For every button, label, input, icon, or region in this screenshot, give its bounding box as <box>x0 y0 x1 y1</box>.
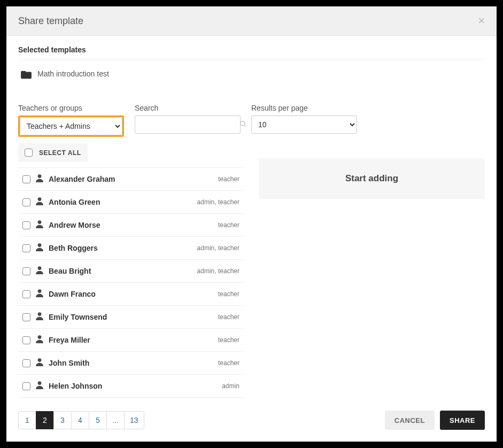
search-input-wrap <box>135 115 241 134</box>
search-filter: Search <box>135 104 241 137</box>
teachers-filter: Teachers or groups Teachers + Admins <box>18 104 124 137</box>
user-name: Alexander Graham <box>49 175 213 183</box>
user-row[interactable]: Alexander Grahamteacher <box>18 168 244 191</box>
selected-template-row: Math introduction test <box>18 65 485 83</box>
selection-column: Start adding <box>259 143 485 402</box>
person-icon <box>36 358 43 368</box>
modal-header: Share template × <box>6 6 497 36</box>
user-role: admin, teacher <box>197 244 239 252</box>
user-role: admin, teacher <box>197 198 239 206</box>
user-role: teacher <box>218 313 239 321</box>
content-columns: SELECT ALL Alexander GrahamteacherAntoni… <box>18 143 485 402</box>
user-name: John Smith <box>49 359 213 367</box>
selected-templates-heading: Selected templates <box>18 45 485 60</box>
user-checkbox[interactable] <box>22 359 30 367</box>
modal-footer: 12345...13 CANCEL SHARE <box>6 402 497 442</box>
person-icon <box>36 174 43 184</box>
user-row[interactable]: Emily Townsendteacher <box>18 306 244 329</box>
person-icon <box>36 312 43 322</box>
close-icon[interactable]: × <box>478 15 485 27</box>
svg-point-6 <box>38 266 42 270</box>
folder-icon <box>20 70 31 78</box>
filters-row: Teachers or groups Teachers + Admins Sea… <box>18 104 485 137</box>
page-button[interactable]: 1 <box>18 411 36 429</box>
pagination: 12345...13 <box>18 411 144 429</box>
user-row[interactable]: Beau Brightadmin, teacher <box>18 260 244 283</box>
user-list: Alexander GrahamteacherAntonia Greenadmi… <box>18 167 244 398</box>
search-input[interactable] <box>141 116 236 133</box>
user-checkbox[interactable] <box>22 313 30 321</box>
results-per-page-select[interactable]: 10 <box>251 115 357 134</box>
person-icon <box>36 220 43 230</box>
select-all-label: SELECT ALL <box>39 149 81 157</box>
user-role: admin <box>222 382 239 390</box>
svg-point-10 <box>38 358 42 362</box>
user-checkbox[interactable] <box>22 244 30 252</box>
page-button[interactable]: 4 <box>71 411 89 429</box>
user-name: Beth Roggers <box>49 244 192 252</box>
user-row[interactable]: Freya Millerteacher <box>18 329 244 352</box>
page-button[interactable]: 3 <box>53 411 72 429</box>
user-role: teacher <box>218 336 239 344</box>
selected-template-name: Math introduction test <box>37 69 109 78</box>
user-role: teacher <box>218 221 239 229</box>
svg-point-2 <box>38 174 42 178</box>
user-row[interactable]: Dawn Francoteacher <box>18 283 244 306</box>
rpp-filter-label: Results per page <box>251 104 357 112</box>
user-name: Emily Townsend <box>49 313 213 321</box>
teachers-select[interactable]: Teachers + Admins <box>20 117 122 135</box>
user-checkbox[interactable] <box>22 175 30 183</box>
person-icon <box>36 289 43 299</box>
user-role: teacher <box>218 175 239 183</box>
user-checkbox[interactable] <box>22 382 30 390</box>
person-icon <box>36 197 43 207</box>
user-role: teacher <box>218 290 239 298</box>
search-icon[interactable] <box>239 120 247 129</box>
page-button[interactable]: 2 <box>36 411 54 429</box>
start-adding-panel: Start adding <box>259 158 485 199</box>
page-ellipsis: ... <box>106 411 125 429</box>
user-name: Andrew Morse <box>49 221 213 229</box>
user-checkbox[interactable] <box>22 221 30 229</box>
user-row[interactable]: Antonia Greenadmin, teacher <box>18 191 244 214</box>
select-all-row[interactable]: SELECT ALL <box>18 143 88 162</box>
user-row[interactable]: Andrew Morseteacher <box>18 214 244 237</box>
search-filter-label: Search <box>135 104 241 112</box>
svg-point-4 <box>38 220 42 224</box>
user-checkbox[interactable] <box>22 336 30 344</box>
user-name: Beau Bright <box>49 267 192 275</box>
user-name: Helen Johnson <box>49 382 216 390</box>
user-checkbox[interactable] <box>22 290 30 298</box>
user-name: Antonia Green <box>49 198 192 206</box>
svg-point-3 <box>38 197 42 201</box>
page-button[interactable]: 13 <box>124 411 144 429</box>
user-row[interactable]: John Smithteacher <box>18 352 244 375</box>
user-row[interactable]: Helen Johnsonadmin <box>18 375 244 398</box>
footer-actions: CANCEL SHARE <box>385 411 485 430</box>
user-checkbox[interactable] <box>22 267 30 275</box>
svg-point-7 <box>38 289 42 293</box>
svg-point-0 <box>241 121 245 125</box>
user-row[interactable]: Beth Roggersadmin, teacher <box>18 237 244 260</box>
person-icon <box>36 266 43 276</box>
svg-point-11 <box>38 381 42 385</box>
user-list-column: SELECT ALL Alexander GrahamteacherAntoni… <box>18 143 244 402</box>
user-name: Dawn Franco <box>49 290 213 298</box>
svg-point-8 <box>38 312 42 316</box>
person-icon <box>36 381 43 391</box>
user-name: Freya Miller <box>49 336 213 344</box>
page-button[interactable]: 5 <box>89 411 107 429</box>
rpp-filter: Results per page 10 <box>251 104 357 137</box>
select-all-checkbox[interactable] <box>25 149 33 157</box>
share-button[interactable]: SHARE <box>440 411 485 430</box>
teachers-filter-label: Teachers or groups <box>18 104 124 112</box>
person-icon <box>36 243 43 253</box>
svg-point-9 <box>38 335 42 339</box>
user-checkbox[interactable] <box>22 198 30 206</box>
svg-point-5 <box>38 243 42 247</box>
user-role: admin, teacher <box>197 267 239 275</box>
cancel-button[interactable]: CANCEL <box>385 411 435 430</box>
share-template-modal: Share template × Selected templates Math… <box>6 6 497 442</box>
modal-title: Share template <box>18 16 83 27</box>
teachers-select-highlight: Teachers + Admins <box>18 115 124 137</box>
